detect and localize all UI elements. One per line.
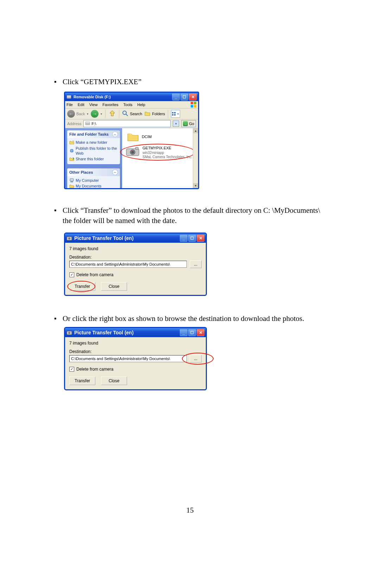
svg-point-25 xyxy=(68,332,70,334)
folder-dcim[interactable]: DCIM xyxy=(127,132,152,142)
chevron-up-icon: ︿ xyxy=(112,169,118,175)
destination-input[interactable]: C:\Documents and Settings\Administrator\… xyxy=(69,261,187,268)
dialog-titlebar[interactable]: Picture Transfer Tool (en) _ ☐ ✕ xyxy=(65,234,206,243)
file-sub2: SMaL Camera Technolgies, Inc. xyxy=(142,155,192,159)
svg-line-7 xyxy=(126,114,128,116)
maximize-button[interactable]: ☐ xyxy=(188,329,196,336)
svg-rect-2 xyxy=(191,102,193,104)
task-publish[interactable]: Publish this folder to the Web xyxy=(69,146,118,156)
scroll-down-icon[interactable]: ▼ xyxy=(193,183,198,188)
app-icon xyxy=(66,330,72,335)
bullet-marker: ■ xyxy=(54,80,56,83)
close-dialog-button[interactable]: Close xyxy=(101,377,127,385)
window-title: Removable Disk (F:) xyxy=(74,95,111,99)
toolbar: ← Back ▼ → ▼ Search xyxy=(65,109,198,119)
minimize-button[interactable]: _ xyxy=(172,93,180,100)
minimize-button[interactable]: _ xyxy=(180,235,188,242)
svg-rect-5 xyxy=(194,105,196,107)
svg-rect-4 xyxy=(191,105,193,107)
close-button[interactable]: ✕ xyxy=(197,329,204,336)
dialog-titlebar[interactable]: Picture Transfer Tool (en) _ ☐ ✕ xyxy=(65,328,206,337)
svg-rect-13 xyxy=(86,122,90,123)
tasks-header[interactable]: File and Folder Tasks ︿ xyxy=(67,130,120,138)
drive-small-icon xyxy=(85,121,90,126)
maximize-button[interactable]: ☐ xyxy=(180,93,188,100)
browse-button[interactable]: ... xyxy=(190,260,202,268)
transfer-button[interactable]: Transfer xyxy=(69,282,95,291)
link-my-documents[interactable]: My Documents xyxy=(69,183,118,188)
menu-edit[interactable]: Edit xyxy=(78,103,84,107)
svg-rect-9 xyxy=(174,112,176,113)
dialog-title: Picture Transfer Tool (en) xyxy=(74,330,134,335)
delete-label: Delete from camera xyxy=(76,272,113,277)
bullet-item: ■ Click “Transfer” to download the photo… xyxy=(54,205,329,225)
close-dialog-button[interactable]: Close xyxy=(101,282,127,291)
svg-rect-11 xyxy=(174,114,176,116)
scrollbar[interactable]: ▲ ▼ xyxy=(193,128,198,188)
computer-icon xyxy=(69,178,74,183)
camera-icon xyxy=(126,146,140,156)
forward-button[interactable]: → ▼ xyxy=(91,110,102,118)
address-field[interactable]: F:\ xyxy=(83,120,171,127)
svg-rect-16 xyxy=(70,179,74,181)
maximize-button[interactable]: ☐ xyxy=(188,235,196,242)
side-panel: File and Folder Tasks ︿ Make a new folde… xyxy=(65,128,122,188)
svg-point-14 xyxy=(72,141,74,142)
other-places-header[interactable]: Other Places ︿ xyxy=(67,168,120,176)
share-icon xyxy=(69,156,74,161)
files-pane[interactable]: DCIM GETMYPIX.EXE win32miniapp SMaL Came… xyxy=(122,128,198,188)
menu-tools[interactable]: Tools xyxy=(124,103,133,107)
bullet-item: ■ Click “GETMYPIX.EXE” xyxy=(54,77,329,87)
svg-rect-3 xyxy=(194,102,196,104)
destination-input[interactable]: C:\Documents and Settings\Administrator\… xyxy=(69,355,187,362)
go-icon: → xyxy=(183,121,188,126)
svg-rect-1 xyxy=(67,95,71,97)
bullet-marker: ■ xyxy=(54,316,56,320)
transfer-dialog: Picture Transfer Tool (en) _ ☐ ✕ 7 image… xyxy=(64,233,207,296)
search-button[interactable]: Search xyxy=(122,110,142,117)
drive-icon xyxy=(66,94,71,99)
menu-favorites[interactable]: Favorites xyxy=(102,103,118,107)
bullet-text: Click “GETMYPIX.EXE” xyxy=(63,77,141,87)
file-name: GETMYPIX.EXE xyxy=(142,146,192,150)
views-button[interactable]: ▼ xyxy=(171,110,180,118)
windows-logo-icon xyxy=(190,101,197,108)
titlebar[interactable]: Removable Disk (F:) _ ☐ ✕ xyxy=(65,93,198,101)
scroll-up-icon[interactable]: ▲ xyxy=(193,128,198,133)
transfer-dialog: Picture Transfer Tool (en) _ ☐ ✕ 7 image… xyxy=(64,327,207,390)
address-value: F:\ xyxy=(91,122,96,126)
delete-checkbox[interactable]: ✓ xyxy=(69,272,74,277)
task-share[interactable]: Share this folder xyxy=(69,156,118,162)
svg-point-20 xyxy=(131,151,134,154)
transfer-button[interactable]: Transfer xyxy=(69,377,95,385)
browse-button[interactable]: ... xyxy=(190,355,202,363)
close-button[interactable]: ✕ xyxy=(197,235,204,242)
file-sub1: win32miniapp xyxy=(142,151,192,155)
address-bar: Address F:\ ▼ → Go xyxy=(65,119,198,128)
back-button[interactable]: ← Back ▼ xyxy=(67,110,89,118)
up-button[interactable] xyxy=(108,110,116,118)
bullet-marker: ■ xyxy=(54,208,56,212)
file-getmypix[interactable]: GETMYPIX.EXE win32miniapp SMaL Camera Te… xyxy=(126,146,192,159)
app-icon xyxy=(66,235,72,241)
address-dropdown[interactable]: ▼ xyxy=(173,120,179,127)
folder-icon xyxy=(127,132,139,142)
menu-help[interactable]: Help xyxy=(137,103,145,107)
new-folder-icon xyxy=(69,140,74,145)
search-icon xyxy=(122,110,128,117)
menu-file[interactable]: File xyxy=(66,103,73,107)
close-button[interactable]: ✕ xyxy=(189,93,197,100)
delete-checkbox[interactable]: ✓ xyxy=(69,367,74,372)
go-button[interactable]: → Go xyxy=(181,120,196,127)
svg-point-23 xyxy=(68,237,70,240)
svg-rect-21 xyxy=(135,147,138,149)
back-icon: ← xyxy=(67,110,75,118)
minimize-button[interactable]: _ xyxy=(180,329,188,336)
menu-view[interactable]: View xyxy=(89,103,98,107)
svg-rect-17 xyxy=(71,181,73,182)
task-new-folder[interactable]: Make a new folder xyxy=(69,140,118,145)
folders-button[interactable]: Folders xyxy=(144,110,165,117)
bullet-item: ■ Or click the right box as shown to bro… xyxy=(54,314,329,323)
svg-point-6 xyxy=(123,111,126,114)
link-my-computer[interactable]: My Computer xyxy=(69,178,118,183)
